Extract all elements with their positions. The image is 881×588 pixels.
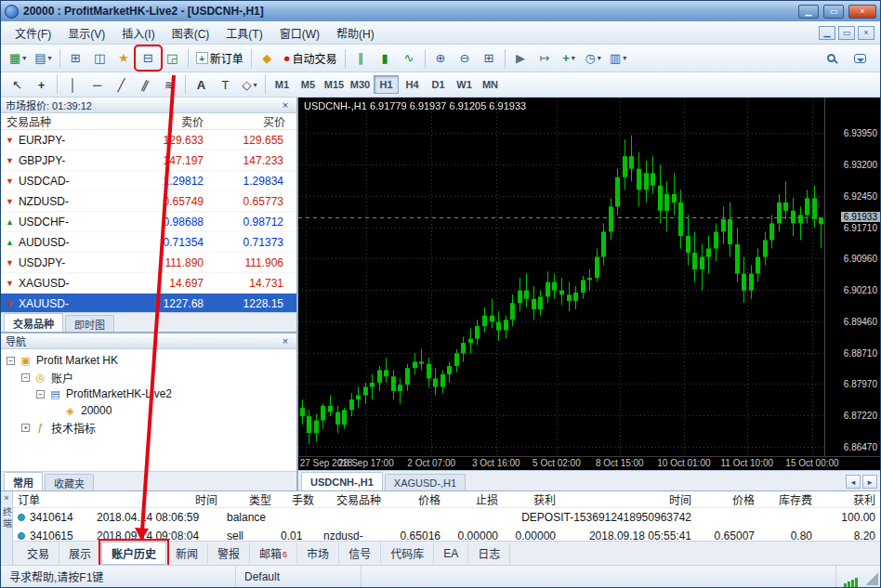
auto-scroll-button[interactable]: ▶ — [509, 47, 533, 69]
expand-icon[interactable]: + — [21, 424, 30, 432]
menu-tools[interactable]: 工具(T) — [217, 21, 270, 45]
tab-ea[interactable]: EA — [434, 544, 468, 563]
arrows-button[interactable]: ◇▾ — [238, 74, 261, 96]
close-button[interactable]: × — [848, 5, 876, 19]
vertical-line-button[interactable]: │ — [61, 74, 85, 96]
tab-market[interactable]: 市场 — [297, 542, 339, 564]
tab-symbols[interactable]: 交易品种 — [4, 313, 63, 332]
market-watch-row[interactable]: ▼XAGUSD-14.69714.731 — [1, 273, 296, 294]
zoom-out-button[interactable]: ⊖ — [454, 47, 477, 69]
tab-favorites[interactable]: 收藏夹 — [45, 474, 94, 490]
price-axis[interactable]: 6.939506.932006.924506.917106.909606.902… — [824, 98, 880, 456]
timeframe-h4-button[interactable]: H4 — [400, 75, 425, 94]
timeframe-w1-button[interactable]: W1 — [452, 75, 477, 94]
tab-alerts[interactable]: 警报 — [208, 542, 250, 564]
chart-plot-region[interactable]: USDCNH-,H1 6.91779 6.91937 6.91205 6.919… — [298, 98, 824, 456]
tab-tick-chart[interactable]: 即时图 — [65, 315, 114, 332]
node-accounts[interactable]: −◎账户 — [1, 369, 296, 385]
tab-common[interactable]: 常用 — [4, 472, 43, 490]
text-label-button[interactable]: T — [214, 74, 237, 96]
profiles-button[interactable]: ▤▾ — [31, 47, 55, 69]
market-watch-row[interactable]: ▼NZDUSD-0.657490.65773 — [1, 191, 296, 212]
close-icon[interactable]: × — [279, 99, 292, 111]
timeframe-d1-button[interactable]: D1 — [426, 75, 451, 94]
collapse-icon[interactable]: − — [21, 373, 30, 382]
tab-news[interactable]: 新闻 — [166, 542, 208, 564]
close-icon[interactable]: × — [4, 493, 8, 503]
community-button[interactable] — [848, 47, 872, 69]
tab-mailbox[interactable]: 邮箱6 — [250, 542, 297, 564]
tab-exposure[interactable]: 展示 — [59, 542, 101, 564]
terminal-column-header[interactable]: 手数 — [276, 491, 319, 507]
node-broker[interactable]: −▣Profit Market HK — [1, 352, 296, 369]
collapse-icon[interactable]: − — [7, 357, 15, 365]
chart-restore-button[interactable]: ▭ — [838, 26, 855, 40]
tab-journal[interactable]: 日志 — [468, 542, 510, 564]
close-icon[interactable]: × — [279, 335, 292, 346]
crosshair-button[interactable]: + — [30, 74, 53, 96]
column-header-symbol[interactable]: 交易品种 — [1, 113, 120, 129]
market-watch-row[interactable]: ▲USDCHF-0.986880.98712 — [1, 212, 296, 232]
templates-button[interactable]: ▥▾ — [606, 47, 630, 69]
status-profile[interactable]: Default — [236, 566, 362, 587]
resize-grip[interactable] — [865, 572, 878, 585]
new-chart-button[interactable]: ▦▾ — [6, 47, 30, 69]
chart-tab-xagusd[interactable]: XAGUSD-,H1 — [385, 474, 466, 490]
navigator-button[interactable]: ★ — [112, 47, 136, 69]
market-watch-row[interactable]: ▼USDJPY-111.890111.906 — [1, 253, 296, 273]
scroll-left-button[interactable]: ◂ — [846, 475, 861, 489]
menu-insert[interactable]: 插入(I) — [113, 21, 163, 45]
time-axis[interactable]: 27 Sep 201828 Sep 17:002 Oct 07:003 Oct … — [298, 456, 880, 470]
market-watch-row[interactable]: ▼GBPJPY-147.197147.233 — [1, 150, 296, 171]
timeframe-m30-button[interactable]: M30 — [348, 75, 373, 94]
terminal-column-header[interactable]: 获利 — [817, 491, 880, 507]
column-header-bid[interactable]: 卖价 — [120, 113, 209, 129]
timeframe-h1-button[interactable]: H1 — [374, 75, 399, 94]
chart-shift-button[interactable]: ↦ — [533, 47, 557, 69]
menu-file[interactable]: 文件(F) — [7, 21, 59, 45]
menu-help[interactable]: 帮助(H) — [328, 21, 383, 45]
menu-window[interactable]: 窗口(W) — [271, 21, 328, 45]
periods-button[interactable]: ◷▾ — [582, 47, 605, 69]
timeframe-m15-button[interactable]: M15 — [322, 75, 347, 94]
terminal-column-header[interactable]: 时间 — [560, 491, 696, 507]
channel-button[interactable]: ∥ — [134, 74, 157, 96]
indicators-button[interactable]: +▾ — [558, 47, 581, 69]
tab-account-history[interactable]: 账户历史 — [101, 542, 166, 565]
metaquotes-button[interactable]: ◆ — [256, 47, 279, 69]
trendline-button[interactable]: ╱ — [110, 74, 133, 96]
terminal-column-header[interactable]: 类型 — [222, 491, 276, 507]
zoom-in-button[interactable]: ⊕ — [429, 47, 453, 69]
node-account[interactable]: ◈20000 — [1, 402, 296, 419]
strategy-tester-button[interactable]: ◲ — [161, 47, 184, 69]
price-chart-canvas[interactable] — [298, 98, 824, 456]
terminal-column-header[interactable]: 价格 — [696, 491, 759, 507]
tab-codebase[interactable]: 代码库 — [381, 542, 434, 564]
column-header-ask[interactable]: 买价 — [209, 113, 291, 129]
chart-minimize-button[interactable]: ▁ — [819, 26, 835, 40]
search-button[interactable] — [820, 47, 843, 69]
candle-chart-button[interactable]: ▮ — [374, 47, 397, 69]
timeframe-m1-button[interactable]: M1 — [270, 75, 295, 94]
node-indicators[interactable]: +ƒ技术指标 — [1, 419, 296, 436]
terminal-column-header[interactable]: 止损 — [445, 491, 503, 507]
data-window-button[interactable]: ◫ — [88, 47, 112, 69]
autotrading-button[interactable]: ●自动交易 — [280, 47, 341, 69]
node-server[interactable]: −▤ProfitMarketHK-Live2 — [1, 385, 296, 402]
bar-chart-button[interactable]: ∥ — [349, 47, 373, 69]
menu-view[interactable]: 显示(V) — [59, 21, 113, 45]
terminal-column-header[interactable]: 交易品种 — [319, 491, 386, 507]
market-watch-row[interactable]: ▼USDCAD-1.298121.29834 — [1, 171, 296, 191]
chart-close-button[interactable]: × — [858, 26, 874, 40]
terminal-button[interactable]: ⊟ — [137, 47, 160, 69]
maximize-button[interactable]: ▭ — [823, 5, 844, 19]
terminal-column-header[interactable]: 订单 — [13, 491, 92, 507]
scroll-right-button[interactable]: ▸ — [862, 475, 877, 489]
chart-tab-usdcnh[interactable]: USDCNH-,H1 — [301, 472, 383, 490]
market-watch-button[interactable]: ⊞ — [64, 47, 87, 69]
terminal-row[interactable]: 34106152018.09.14 09:08:04sell0.01nzdusd… — [13, 527, 880, 541]
timeframe-m5-button[interactable]: M5 — [296, 75, 321, 94]
market-watch-row[interactable]: ▼EURJPY-129.633129.655 — [1, 130, 296, 150]
tile-windows-button[interactable]: ⊞ — [478, 47, 501, 69]
new-order-button[interactable]: +新订单 — [192, 47, 247, 69]
